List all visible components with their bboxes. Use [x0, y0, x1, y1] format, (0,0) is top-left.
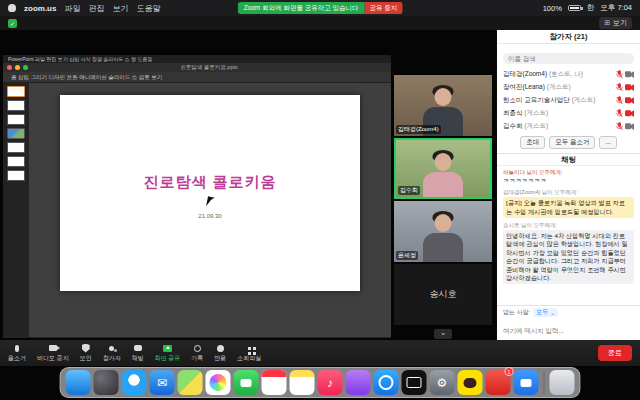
input-method-indicator[interactable]: 한 — [587, 3, 595, 13]
slide-thumbnail[interactable] — [7, 114, 25, 125]
calendar-icon[interactable] — [262, 370, 287, 395]
people-icon — [109, 346, 114, 351]
participants-actions: 초대 모두 음소거 ... — [497, 133, 640, 154]
mouse-cursor — [206, 196, 215, 207]
zoom-toolbar: 음소거 비디오 중지 보안 참가자 채팅 화면 공유 기록 반응 — [0, 340, 640, 366]
reactions-button[interactable]: 반응 — [214, 344, 226, 363]
menubar-menu-edit[interactable]: 편집 — [88, 3, 104, 14]
participants-button[interactable]: 참가자 — [103, 344, 121, 363]
safari-icon[interactable] — [122, 370, 147, 395]
chat-button[interactable]: 채팅 — [132, 344, 144, 363]
participant-row[interactable]: 김태경(Zoom4) (호스트, 나) — [497, 68, 640, 81]
chat-sender: 하늘이다 님이 모두에게: — [503, 169, 563, 175]
share-screen-button[interactable]: 화면 공유 — [155, 344, 181, 363]
chat-sender: 김태경(Zoom4) 님이 모두에게: — [503, 189, 634, 196]
chat-message-input[interactable] — [503, 327, 634, 334]
chat-input-area: 받는 사람: 모두 ⌄ — [497, 305, 640, 340]
slide-thumbnail[interactable] — [7, 156, 25, 167]
music-icon[interactable]: ♪ — [318, 370, 343, 395]
chevron-down-icon[interactable]: ⌄ — [434, 329, 452, 339]
apple-menu-icon[interactable] — [8, 4, 16, 12]
participant-name: 김수희 — [503, 122, 523, 129]
menubar-menu-help[interactable]: 도움말 — [136, 3, 160, 14]
security-button[interactable]: 보안 — [80, 344, 92, 363]
video-tile-camera-off[interactable]: 송시호 — [394, 264, 492, 325]
participant-name: 한소미 교육기술사업단 — [503, 96, 570, 103]
meeting-security-shield-icon[interactable]: ✓ — [8, 19, 17, 28]
kakaotalk-icon[interactable] — [458, 370, 483, 395]
participant-row[interactable]: 장여진(Leana) (게스트) — [497, 81, 640, 94]
chat-message: 송시호 님이 모두에게: 안녕하세요. 저는 4차 산업혁명 시대의 진로 탐색… — [503, 222, 634, 284]
participant-search-input[interactable] — [503, 53, 634, 64]
zoom-window-topbar: ✓ ⊞ 보기 — [0, 16, 640, 30]
photos-icon[interactable] — [206, 370, 231, 395]
record-button[interactable]: 기록 — [191, 344, 203, 363]
slide-thumbnail[interactable] — [7, 86, 25, 97]
finder-icon[interactable] — [66, 370, 91, 395]
notes-icon[interactable] — [290, 370, 315, 395]
notification-app-icon[interactable]: 1 — [486, 370, 511, 395]
participant-name: 장여진(Leana) — [503, 83, 545, 90]
apple-tv-icon[interactable] — [402, 370, 427, 395]
record-icon — [194, 345, 201, 352]
stop-share-button[interactable]: 공유 중지 — [365, 2, 403, 14]
window-close-icon[interactable] — [7, 65, 12, 70]
chat-to-label: 받는 사람: — [503, 308, 530, 317]
end-meeting-button[interactable]: 종료 — [598, 345, 632, 361]
participant-row[interactable]: 한소미 교육기술사업단 (게스트) — [497, 94, 640, 107]
current-slide[interactable]: 진로탐색 콜로키움 21.09.30 — [60, 95, 360, 291]
video-tile-active-speaker[interactable]: 김수희 — [394, 138, 492, 199]
video-tile[interactable]: 윤세정 — [394, 201, 492, 262]
participants-panel-title: 참가자 (21) — [497, 30, 640, 44]
shared-desktop-menubar: PowerPoint 파일 편집 보기 삽입 서식 정렬 슬라이드 쇼 창 도움… — [3, 55, 391, 63]
share-banner-text: Zoom 회의에 화면을 공유하고 있습니다 — [238, 2, 365, 14]
desktop: zoom.us 파일 편집 보기 도움말 Zoom 회의에 화면을 공유하고 있… — [0, 0, 640, 400]
participant-name: 김태경(Zoom4) — [503, 70, 547, 77]
view-mode-button[interactable]: ⊞ 보기 — [599, 17, 632, 29]
chevron-down-icon: ⌄ — [550, 309, 555, 316]
camera-on-icon — [625, 71, 634, 78]
participant-tag: (게스트) — [524, 122, 548, 129]
slide-thumbnail[interactable] — [7, 100, 25, 111]
invite-button[interactable]: 초대 — [520, 136, 545, 149]
participant-row[interactable]: 김수희 (게스트) — [497, 120, 640, 133]
video-tile-strip: 김태경(Zoom4) 김수희 윤세정 송시호 — [394, 75, 492, 327]
video-tile[interactable]: 김태경(Zoom4) — [394, 75, 492, 136]
slide-thumbnail[interactable] — [7, 170, 25, 181]
slide-thumbnail[interactable] — [7, 142, 25, 153]
chat-recipient-select[interactable]: 모두 ⌄ — [533, 308, 558, 317]
video-tile-name: 김태경(Zoom4) — [396, 125, 441, 134]
chat-panel-title: 채팅 — [497, 154, 640, 166]
app-store-icon[interactable] — [374, 370, 399, 395]
video-camera-icon — [49, 345, 57, 351]
system-preferences-icon[interactable]: ⚙ — [430, 370, 455, 395]
slide-thumbnail[interactable] — [7, 128, 25, 139]
mute-all-button[interactable]: 모두 음소거 — [549, 136, 595, 149]
more-options-button[interactable]: ... — [599, 136, 616, 149]
participant-tag: (게스트) — [572, 96, 596, 103]
menubar-menu-file[interactable]: 파일 — [64, 3, 80, 14]
facetime-icon[interactable] — [234, 370, 259, 395]
menubar-menu-view[interactable]: 보기 — [112, 3, 128, 14]
camera-on-icon — [625, 123, 634, 130]
podcasts-icon[interactable] — [346, 370, 371, 395]
mail-icon[interactable]: ✉ — [150, 370, 175, 395]
mute-button[interactable]: 음소거 — [8, 344, 26, 363]
maps-icon[interactable] — [178, 370, 203, 395]
chat-message-list[interactable]: 하늘이다 님이 모두에게: ㅋㅋㅋㅋㅋㅋㅋ 김태경(Zoom4) 님이 모두에게… — [497, 166, 640, 305]
slide-thumbnail-panel[interactable] — [3, 83, 29, 337]
breakout-rooms-button[interactable]: 소회의실 — [237, 344, 261, 363]
chat-text: ㅋㅋㅋㅋㅋㅋㅋ — [503, 177, 634, 185]
window-zoom-icon[interactable] — [23, 65, 28, 70]
participant-row[interactable]: 최충식 (게스트) — [497, 107, 640, 120]
launchpad-icon[interactable] — [94, 370, 119, 395]
battery-icon — [568, 5, 581, 11]
menubar-app-name[interactable]: zoom.us — [24, 4, 56, 13]
menubar-clock[interactable]: 오후 7:04 — [600, 3, 632, 13]
window-minimize-icon[interactable] — [15, 65, 20, 70]
stop-video-button[interactable]: 비디오 중지 — [37, 344, 69, 363]
trash-icon[interactable] — [550, 370, 575, 395]
shared-screen-region: PowerPoint 파일 편집 보기 삽입 서식 정렬 슬라이드 쇼 창 도움… — [3, 55, 391, 338]
powerpoint-ribbon-tabs[interactable]: 홈 삽입 그리기 디자인 전환 애니메이션 슬라이드 쇼 검토 보기 — [3, 72, 391, 83]
zoom-app-icon[interactable] — [514, 370, 539, 395]
